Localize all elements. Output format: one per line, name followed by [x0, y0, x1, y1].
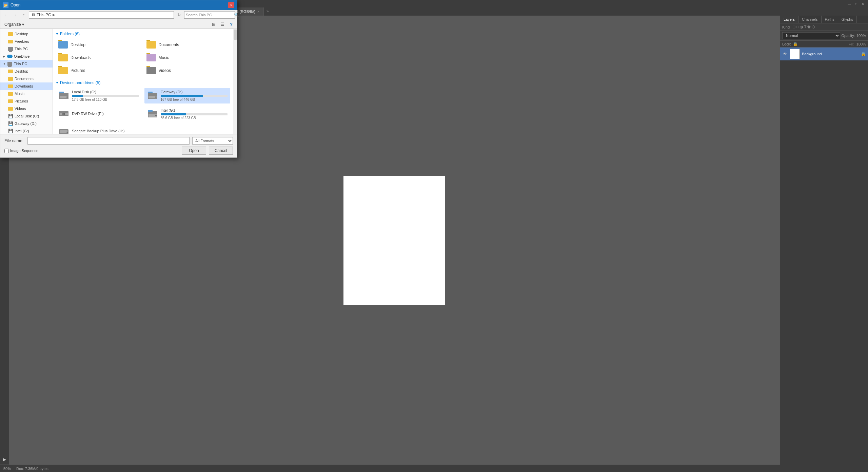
image-sequence-label: Image Sequence: [10, 149, 38, 153]
file-area: ▼ Folders (6) Desktop Documents: [53, 29, 233, 134]
minimize-button[interactable]: —: [847, 1, 852, 6]
lock-all-icon[interactable]: 🔒: [793, 42, 798, 46]
nav-item-desktop[interactable]: Desktop: [0, 68, 53, 75]
cancel-button[interactable]: Cancel: [209, 147, 233, 155]
scrollbar[interactable]: [233, 29, 237, 134]
drive-c-info: Local Disk (C:) 17.5 GB free of 110 GB: [72, 90, 139, 101]
refresh-button[interactable]: ↻: [175, 11, 183, 19]
nav-item-thispc[interactable]: ▼ This PC: [0, 60, 53, 68]
nav-item-thispc-top[interactable]: This PC: [0, 45, 53, 53]
toolbar-right: ⊞ ☰ ?: [210, 21, 235, 28]
maximize-button[interactable]: □: [854, 1, 859, 6]
nav-item-desktop-top[interactable]: Desktop: [0, 30, 53, 38]
fill-label: Fill:: [849, 42, 854, 46]
folders-section-label: Folders (6): [60, 32, 80, 36]
search-box: 🔍: [184, 11, 235, 19]
drive-h[interactable]: Seagate Backup Plus Drive (H:): [56, 125, 230, 134]
right-panel: Layers Channels Paths Glyphs Kind ⊞ □ ◑ …: [780, 16, 868, 472]
close-app-button[interactable]: ×: [861, 1, 865, 6]
dialog-actions: Image Sequence Open Cancel: [4, 147, 233, 155]
drive-d[interactable]: Gateway (D:) 167 GB free of 446 GB: [144, 88, 231, 103]
nav-item-pictures[interactable]: Pictures: [0, 97, 53, 105]
tab-channels[interactable]: Channels: [798, 16, 821, 23]
tab-paths[interactable]: Paths: [822, 16, 838, 23]
drive-g[interactable]: Intel (G:) 85.6 GB free of 223 GB: [144, 106, 231, 122]
open-button[interactable]: Open: [182, 147, 206, 155]
dialog-bottom: File name: All Formats Photoshop (*.PSD;…: [0, 134, 237, 157]
dialog-title: Open: [11, 3, 20, 7]
back-button[interactable]: ←: [2, 11, 10, 19]
up-button[interactable]: ↑: [20, 11, 27, 19]
tabs-overflow[interactable]: »: [264, 7, 272, 16]
drive-d-info: Gateway (D:) 167 GB free of 446 GB: [161, 90, 228, 101]
blend-mode-select[interactable]: Normal: [782, 32, 840, 39]
opacity-row: Opacity: 100%: [842, 34, 866, 38]
folders-collapse-icon: ▼: [56, 32, 59, 36]
organize-button[interactable]: Organize ▾: [2, 21, 26, 27]
svg-point-11: [63, 114, 64, 115]
tab-glyphs[interactable]: Glyphs: [838, 16, 857, 23]
kind-pixel-icon[interactable]: □: [796, 25, 799, 29]
nav-item-downloads[interactable]: Downloads: [0, 82, 53, 90]
filetype-select[interactable]: All Formats Photoshop (*.PSD;*.PDD) JPEG…: [192, 137, 233, 145]
drive-e[interactable]: DVD RW Drive (E:): [56, 106, 142, 122]
address-bar: ← → ↑ 🖥 This PC ▶ ↻ 🔍: [0, 10, 237, 20]
lock-label: Lock:: [782, 42, 791, 46]
doc-info: Doc: 7.36M/0 bytes: [16, 467, 48, 471]
layer-thumbnail: [790, 49, 800, 59]
nav-item-freebies[interactable]: Freebies: [0, 38, 53, 45]
nav-item-intel[interactable]: 💾 Intel (G:): [0, 127, 53, 134]
opacity-label: Opacity:: [842, 34, 855, 38]
address-path[interactable]: 🖥 This PC ▶: [29, 11, 174, 19]
view-list-button[interactable]: ☰: [219, 21, 226, 28]
nav-item-music[interactable]: Music: [0, 90, 53, 97]
kind-adjust-icon[interactable]: ◑: [800, 25, 803, 29]
folders-section-header[interactable]: ▼ Folders (6): [56, 32, 230, 36]
folder-pictures[interactable]: Pictures: [56, 65, 142, 76]
svg-point-18: [67, 132, 68, 133]
kind-all-icon[interactable]: ⊞: [792, 25, 795, 29]
dialog-close-button[interactable]: ×: [228, 2, 234, 8]
devices-section-label: Devices and drives (5): [60, 80, 100, 85]
folder-downloads[interactable]: Downloads: [56, 52, 142, 63]
devices-section-header[interactable]: ▼ Devices and drives (5): [56, 80, 230, 85]
folder-videos[interactable]: Videos: [144, 65, 231, 76]
drive-e-icon: [58, 109, 69, 119]
help-button[interactable]: ?: [228, 21, 235, 28]
filename-input[interactable]: [27, 137, 190, 145]
view-grid-button[interactable]: ⊞: [210, 21, 217, 28]
svg-point-15: [155, 115, 157, 116]
drive-h-icon: [58, 127, 69, 134]
devices-collapse-icon: ▼: [56, 81, 59, 84]
kind-smart-icon[interactable]: ⬡: [812, 25, 815, 29]
search-input[interactable]: [186, 13, 233, 17]
tab-layers[interactable]: Layers: [780, 16, 798, 23]
play-button[interactable]: ▶: [1, 456, 8, 463]
kind-type-icon[interactable]: T: [804, 25, 807, 29]
layer-background[interactable]: 👁 Background 🔒: [780, 48, 868, 60]
layer-visibility-icon[interactable]: 👁: [782, 51, 788, 57]
fill-lock-row: Lock: 🔒 Fill: 100%: [780, 41, 868, 48]
panel-tabs: Layers Channels Paths Glyphs: [780, 16, 868, 23]
layers-kind-row: Kind ⊞ □ ◑ T ⬟ ⬡: [780, 23, 868, 31]
drive-d-icon: [147, 91, 158, 100]
nav-item-gateway[interactable]: 💾 Gateway (D:): [0, 120, 53, 127]
folder-documents[interactable]: Documents: [144, 39, 231, 51]
opacity-value[interactable]: 100%: [856, 34, 866, 38]
forward-button[interactable]: →: [11, 11, 19, 19]
close-tab-untitled3[interactable]: ×: [257, 10, 259, 14]
folder-desktop[interactable]: Desktop: [56, 39, 142, 51]
photoshop-background: File Edit Image Layer Type Select Filter…: [0, 0, 868, 472]
status-bar: 50% Doc: 7.36M/0 bytes: [0, 465, 868, 472]
folder-music[interactable]: Music: [144, 52, 231, 63]
nav-item-videos[interactable]: Videos: [0, 105, 53, 112]
image-sequence-checkbox[interactable]: [4, 149, 9, 153]
document-canvas: [343, 176, 445, 305]
fill-value[interactable]: 100%: [856, 42, 866, 46]
drive-c[interactable]: Local Disk (C:) 17.5 GB free of 110 GB: [56, 88, 142, 103]
nav-item-onedrive[interactable]: ▶ OneDrive: [0, 53, 53, 60]
nav-item-documents[interactable]: Documents: [0, 75, 53, 82]
kind-vector-icon[interactable]: ⬟: [807, 25, 811, 29]
nav-item-local-disk[interactable]: 💾 Local Disk (C:): [0, 112, 53, 120]
filename-label: File name:: [4, 138, 25, 143]
